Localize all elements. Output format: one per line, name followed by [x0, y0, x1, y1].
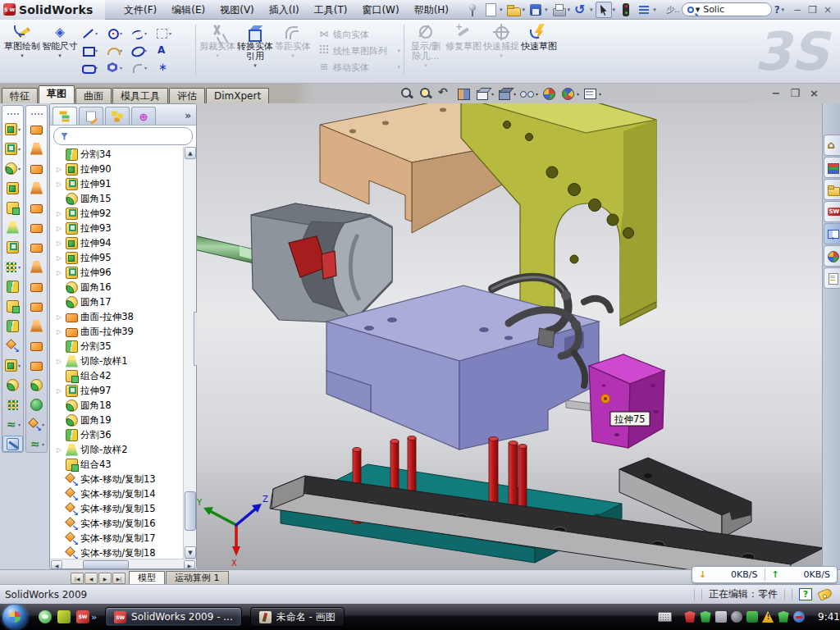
scroll-up-button[interactable]: ▲ [185, 147, 196, 159]
tree-item[interactable]: 圆角19 [55, 413, 183, 427]
dropdown-caret-icon[interactable]: ▾ [120, 30, 122, 36]
tab-特征[interactable]: 特征 [2, 88, 38, 103]
tree-item[interactable]: 实体-移动/复制16 [55, 516, 183, 531]
dropdown-caret-icon[interactable]: ▾ [18, 264, 21, 270]
scroll-right-button[interactable]: ▶ [184, 560, 195, 569]
swept-surface-button[interactable] [26, 121, 47, 137]
sheet-tab-运动算例 1[interactable]: 运动算例 1 [166, 571, 229, 584]
revolved-surface-button[interactable] [26, 140, 47, 157]
tree-item[interactable]: 分割34 [55, 147, 183, 162]
dropdown-caret-icon[interactable]: ▾ [568, 7, 571, 13]
tree-item[interactable]: 实体-移动/复制13 [55, 472, 183, 486]
tree-item[interactable]: ▷拉伸91 [55, 176, 183, 191]
sketch-entity-circle[interactable]: ▾ [105, 25, 130, 42]
tree-item[interactable]: 组合43 [55, 457, 183, 472]
dropdown-caret-icon[interactable]: ▾ [169, 30, 171, 36]
tray-antivirus-icon[interactable] [684, 611, 696, 623]
scroll-down-button[interactable]: ▼ [185, 546, 196, 559]
apply-scene-icon[interactable] [559, 86, 576, 101]
tree-item[interactable]: 实体-移动/复制17 [55, 531, 183, 546]
tree-horizontal-scrollbar[interactable]: ◀ ▶ [50, 559, 196, 569]
network-speed-widget[interactable]: ↓ 0KB/S ↑ 0KB/S [692, 566, 838, 583]
dropdown-caret-icon[interactable]: ▾ [653, 7, 656, 13]
chamfer-button[interactable] [2, 180, 23, 196]
dropdown-caret-icon[interactable]: ▾ [18, 166, 21, 171]
sketch-entity-arc[interactable]: ▾ [105, 42, 130, 59]
tray-connection-icon[interactable] [746, 611, 758, 623]
tree-item[interactable]: ▷拉伸94 [55, 235, 183, 250]
dropdown-caret-icon[interactable]: ▾ [18, 126, 21, 132]
tree-item[interactable]: 实体-移动/复制18 [55, 546, 183, 559]
tree-filter-input[interactable] [53, 127, 193, 145]
expand-arrow-icon[interactable]: ▷ [55, 180, 63, 188]
expand-arrow-icon[interactable]: ▷ [55, 240, 63, 247]
tree-item[interactable]: ▷拉伸90 [55, 162, 183, 176]
task-pane-tab-file-explorer[interactable] [824, 179, 840, 200]
last-sheet-button[interactable]: ▶| [112, 573, 126, 584]
menu-item[interactable]: 工具(T) [307, 0, 355, 20]
split-body-button[interactable] [2, 317, 23, 334]
stoplight-icon[interactable] [618, 2, 634, 18]
previous-sheet-button[interactable]: ◀ [84, 573, 98, 584]
dropdown-caret-icon[interactable]: ▾ [514, 91, 516, 97]
tray-defender-icon[interactable] [778, 611, 789, 623]
dropdown-caret-icon[interactable]: ▾ [491, 91, 494, 97]
tree-item[interactable]: ▷拉伸93 [55, 221, 183, 235]
expand-arrow-icon[interactable]: ▷ [55, 328, 63, 336]
restore-button[interactable]: ❒ [808, 4, 817, 16]
measure-button[interactable] [2, 436, 23, 452]
dropdown-caret-icon[interactable]: ▾ [120, 65, 122, 71]
task-pane-tab-appearances-scenes[interactable] [824, 245, 840, 267]
indent-button[interactable] [2, 377, 23, 393]
graphics-viewport[interactable]: X Y Z 拉伸75 [197, 103, 822, 569]
tree-item[interactable]: ▷曲面-拉伸39 [55, 324, 183, 339]
sketch-entity-text[interactable] [154, 42, 179, 59]
dropdown-caret-icon[interactable]: ▾ [18, 422, 21, 427]
section-view-icon[interactable] [455, 86, 472, 101]
draft-button[interactable] [2, 219, 23, 235]
previous-view-icon[interactable] [436, 86, 453, 101]
sketch-entity-sketch-fillet[interactable]: ▾ [130, 59, 154, 76]
menu-item[interactable]: 编辑(E) [164, 0, 212, 20]
dropdown-caret-icon[interactable]: ▾ [599, 91, 601, 97]
quick-launch-solidworks-icon[interactable]: SW [76, 610, 89, 623]
expand-arrow-icon[interactable]: ▷ [55, 446, 63, 454]
combine-bodies-button[interactable] [2, 298, 23, 314]
dropdown-caret-icon[interactable]: ▾ [144, 30, 147, 36]
menu-item[interactable]: 视图(V) [212, 0, 262, 20]
tags-icon[interactable] [817, 587, 833, 601]
tree-item[interactable]: 圆角15 [55, 191, 183, 206]
expand-arrow-icon[interactable]: ▷ [55, 358, 63, 365]
quick-tips-icon[interactable]: ? [799, 588, 812, 600]
rib-button[interactable] [2, 199, 23, 216]
fm-tab-configuration-manager[interactable] [105, 107, 130, 125]
dropdown-caret-icon[interactable]: ▾ [613, 7, 616, 13]
tree-item[interactable]: 圆角18 [55, 398, 183, 413]
tray-alert-icon[interactable] [762, 611, 774, 623]
dome-button[interactable] [26, 396, 47, 413]
sketch-entity-selection-box[interactable]: ▾ [154, 25, 179, 42]
tree-item[interactable]: 圆角16 [55, 280, 183, 294]
offset-surface-button[interactable] [26, 258, 47, 275]
undo-icon[interactable] [573, 2, 589, 18]
close-button[interactable]: × [824, 4, 832, 16]
zoom-to-area-icon[interactable] [418, 86, 434, 101]
thicken-button[interactable] [26, 278, 47, 294]
dropdown-caret-icon[interactable]: ▾ [95, 48, 98, 53]
task-pane-tab-solidworks-resources-home[interactable] [824, 135, 840, 156]
quick-launch-chevron-icon[interactable]: » [91, 612, 97, 623]
filled-surface-button[interactable] [26, 219, 47, 235]
expand-arrow-icon[interactable]: ▷ [55, 387, 63, 395]
next-sheet-button[interactable]: ▶ [98, 573, 112, 584]
expand-arrow-icon[interactable]: ▷ [55, 254, 63, 262]
delete-face-button[interactable]: ▾ [26, 416, 47, 432]
minimize-button[interactable]: − [793, 4, 801, 16]
lofted-surface-button[interactable] [26, 180, 47, 196]
task-button[interactable]: 未命名 - 画图 [250, 607, 345, 627]
dropdown-caret-icon[interactable]: ▾ [18, 146, 21, 152]
dropdown-caret-icon[interactable]: ▾ [590, 7, 593, 13]
dropdown-caret-icon[interactable]: ▾ [500, 7, 503, 13]
tray-volume-icon[interactable] [731, 611, 742, 623]
expand-arrow-icon[interactable]: ▷ [55, 166, 63, 173]
hide-show-items-icon[interactable] [518, 86, 535, 101]
